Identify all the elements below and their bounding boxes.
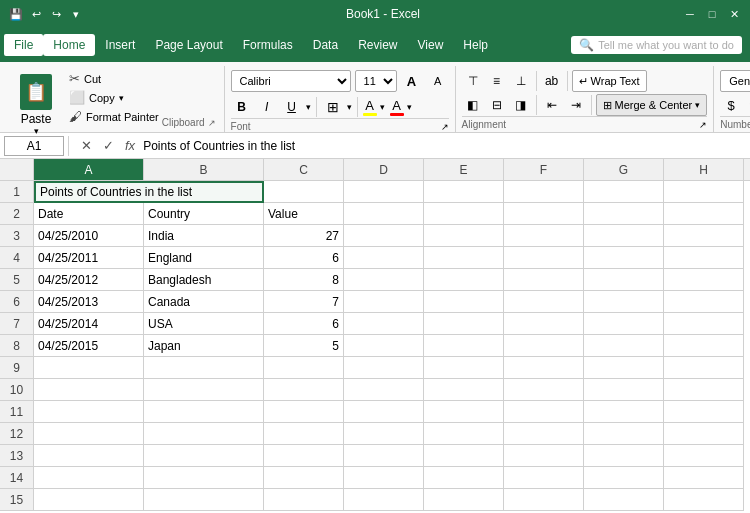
cell-b11[interactable] bbox=[144, 401, 264, 423]
cell-a7[interactable]: 04/25/2014 bbox=[34, 313, 144, 335]
cell-h9[interactable] bbox=[664, 357, 744, 379]
cell-c11[interactable] bbox=[264, 401, 344, 423]
dollar-button[interactable]: % bbox=[744, 94, 750, 116]
underline-button[interactable]: U bbox=[281, 96, 303, 118]
cell-a14[interactable] bbox=[34, 467, 144, 489]
borders-button[interactable]: ⊞ bbox=[322, 96, 344, 118]
cell-h3[interactable] bbox=[664, 225, 744, 247]
align-center-button[interactable]: ⊟ bbox=[486, 94, 508, 116]
text-orient-button[interactable]: ab bbox=[541, 70, 563, 92]
cell-g14[interactable] bbox=[584, 467, 664, 489]
fill-color-button[interactable]: A bbox=[363, 98, 377, 116]
col-header-b[interactable]: B bbox=[144, 159, 264, 180]
cell-e8[interactable] bbox=[424, 335, 504, 357]
menu-review[interactable]: Review bbox=[348, 34, 407, 56]
cell-b6[interactable]: Canada bbox=[144, 291, 264, 313]
cell-h6[interactable] bbox=[664, 291, 744, 313]
cell-f15[interactable] bbox=[504, 489, 584, 511]
cell-h5[interactable] bbox=[664, 269, 744, 291]
cell-c15[interactable] bbox=[264, 489, 344, 511]
menu-page-layout[interactable]: Page Layout bbox=[145, 34, 232, 56]
cell-g1[interactable] bbox=[584, 181, 664, 203]
format-painter-button[interactable]: 🖌 Format Painter bbox=[66, 108, 162, 125]
cell-f8[interactable] bbox=[504, 335, 584, 357]
cell-a9[interactable] bbox=[34, 357, 144, 379]
cell-f1[interactable] bbox=[504, 181, 584, 203]
paste-dropdown-icon[interactable]: ▾ bbox=[34, 126, 39, 136]
col-header-d[interactable]: D bbox=[344, 159, 424, 180]
cell-c5[interactable]: 8 bbox=[264, 269, 344, 291]
row-num-15[interactable]: 15 bbox=[0, 489, 34, 511]
cell-g8[interactable] bbox=[584, 335, 664, 357]
cell-e14[interactable] bbox=[424, 467, 504, 489]
increase-font-button[interactable]: A bbox=[401, 70, 423, 92]
customize-icon[interactable]: ▾ bbox=[68, 6, 84, 22]
row-num-5[interactable]: 5 bbox=[0, 269, 34, 291]
cell-f7[interactable] bbox=[504, 313, 584, 335]
middle-align-button[interactable]: ≡ bbox=[486, 70, 508, 92]
cell-a12[interactable] bbox=[34, 423, 144, 445]
cell-c14[interactable] bbox=[264, 467, 344, 489]
cell-g12[interactable] bbox=[584, 423, 664, 445]
cell-f11[interactable] bbox=[504, 401, 584, 423]
maximize-icon[interactable]: □ bbox=[704, 6, 720, 22]
cell-a10[interactable] bbox=[34, 379, 144, 401]
cell-f5[interactable] bbox=[504, 269, 584, 291]
cell-g6[interactable] bbox=[584, 291, 664, 313]
clipboard-expand-icon[interactable]: ↗ bbox=[208, 118, 216, 128]
cell-b13[interactable] bbox=[144, 445, 264, 467]
top-align-button[interactable]: ⊤ bbox=[462, 70, 484, 92]
cell-d11[interactable] bbox=[344, 401, 424, 423]
cell-b12[interactable] bbox=[144, 423, 264, 445]
menu-view[interactable]: View bbox=[408, 34, 454, 56]
cell-e13[interactable] bbox=[424, 445, 504, 467]
cell-a6[interactable]: 04/25/2013 bbox=[34, 291, 144, 313]
cell-c1[interactable] bbox=[264, 181, 344, 203]
menu-help[interactable]: Help bbox=[453, 34, 498, 56]
save-icon[interactable]: 💾 bbox=[8, 6, 24, 22]
cell-c9[interactable] bbox=[264, 357, 344, 379]
search-placeholder[interactable]: Tell me what you want to do bbox=[598, 39, 734, 51]
cell-b2[interactable]: Country bbox=[144, 203, 264, 225]
cell-d7[interactable] bbox=[344, 313, 424, 335]
cell-d2[interactable] bbox=[344, 203, 424, 225]
cell-h8[interactable] bbox=[664, 335, 744, 357]
alignment-expand-icon[interactable]: ↗ bbox=[699, 120, 707, 130]
cell-g2[interactable] bbox=[584, 203, 664, 225]
cell-d15[interactable] bbox=[344, 489, 424, 511]
cell-b4[interactable]: England bbox=[144, 247, 264, 269]
col-header-g[interactable]: G bbox=[584, 159, 664, 180]
menu-file[interactable]: File bbox=[4, 34, 43, 56]
cell-c10[interactable] bbox=[264, 379, 344, 401]
cell-c8[interactable]: 5 bbox=[264, 335, 344, 357]
cell-e4[interactable] bbox=[424, 247, 504, 269]
merge-center-button[interactable]: ⊞ Merge & Center ▾ bbox=[596, 94, 708, 116]
cell-a3[interactable]: 04/25/2010 bbox=[34, 225, 144, 247]
cell-e1[interactable] bbox=[424, 181, 504, 203]
cell-h11[interactable] bbox=[664, 401, 744, 423]
close-icon[interactable]: ✕ bbox=[726, 6, 742, 22]
cell-b3[interactable]: India bbox=[144, 225, 264, 247]
cell-f14[interactable] bbox=[504, 467, 584, 489]
merge-dropdown-icon[interactable]: ▾ bbox=[695, 100, 700, 110]
cell-a11[interactable] bbox=[34, 401, 144, 423]
copy-dropdown-icon[interactable]: ▾ bbox=[119, 93, 124, 103]
cell-reference-box[interactable] bbox=[4, 136, 64, 156]
cell-h15[interactable] bbox=[664, 489, 744, 511]
row-num-7[interactable]: 7 bbox=[0, 313, 34, 335]
cancel-formula-icon[interactable]: ✕ bbox=[77, 137, 95, 155]
col-header-e[interactable]: E bbox=[424, 159, 504, 180]
cell-h14[interactable] bbox=[664, 467, 744, 489]
cell-c12[interactable] bbox=[264, 423, 344, 445]
cell-b10[interactable] bbox=[144, 379, 264, 401]
cell-e15[interactable] bbox=[424, 489, 504, 511]
row-num-11[interactable]: 11 bbox=[0, 401, 34, 423]
menu-data[interactable]: Data bbox=[303, 34, 348, 56]
cell-g11[interactable] bbox=[584, 401, 664, 423]
row-num-6[interactable]: 6 bbox=[0, 291, 34, 313]
cell-a2[interactable]: Date bbox=[34, 203, 144, 225]
cut-button[interactable]: ✂ Cut bbox=[66, 70, 162, 87]
borders-dropdown-icon[interactable]: ▾ bbox=[347, 102, 352, 112]
font-color-button[interactable]: A bbox=[390, 98, 404, 116]
cell-g7[interactable] bbox=[584, 313, 664, 335]
